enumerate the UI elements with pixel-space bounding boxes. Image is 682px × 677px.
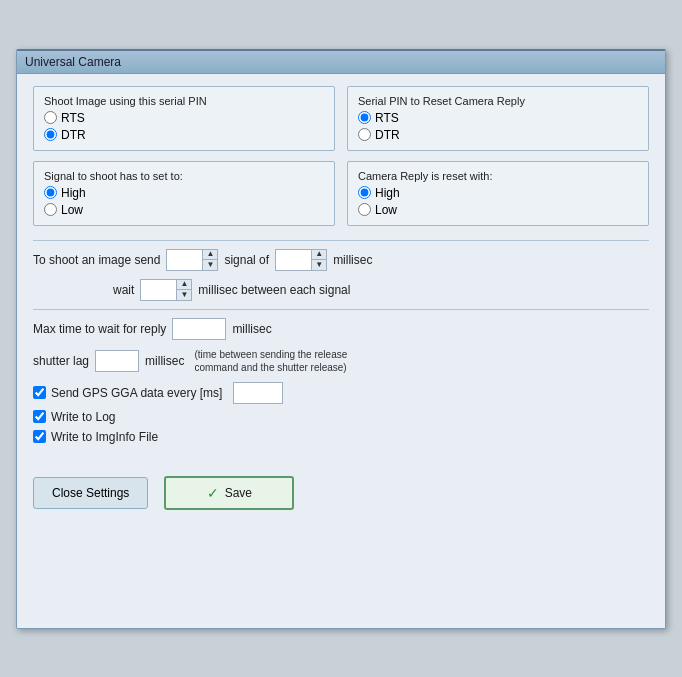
signal-ms-input[interactable]: 10	[275, 249, 311, 271]
max-wait-row: Max time to wait for reply 100 millisec	[33, 318, 649, 340]
max-wait-unit: millisec	[232, 322, 271, 336]
write-log-checkbox[interactable]	[33, 410, 46, 423]
serial-pin-reset-group: Serial PIN to Reset Camera Reply RTS DTR	[347, 86, 649, 151]
shoot-image-radio-group: RTS DTR	[44, 111, 324, 142]
signal-ms-down[interactable]: ▼	[312, 260, 326, 270]
shoot-image-send-row: To shoot an image send 1 ▲ ▼ signal of 1…	[33, 249, 649, 271]
serial-pin-dtr-radio[interactable]	[358, 128, 371, 141]
signal-group: Signal to shoot has to set to: High Low	[33, 161, 335, 226]
shoot-send-label-mid: signal of	[224, 253, 269, 267]
serial-pin-reset-radio-group: RTS DTR	[358, 111, 638, 142]
signal-low[interactable]: Low	[44, 203, 324, 217]
signal-group-label: Signal to shoot has to set to:	[44, 170, 324, 182]
wait-ms-input[interactable]: 10	[140, 279, 176, 301]
signal-low-radio[interactable]	[44, 203, 57, 216]
serial-pin-rts[interactable]: RTS	[358, 111, 638, 125]
wait-ms-arrows: ▲ ▼	[176, 279, 192, 301]
universal-camera-window: Universal Camera Shoot Image using this …	[16, 49, 666, 629]
save-label: Save	[225, 486, 252, 500]
signal-count-up[interactable]: ▲	[203, 250, 217, 261]
write-log-label: Write to Log	[51, 410, 115, 424]
shutter-lag-row: shutter lag 0 millisec (time between sen…	[33, 348, 649, 374]
max-wait-label: Max time to wait for reply	[33, 322, 166, 336]
write-imginfo-checkbox[interactable]	[33, 430, 46, 443]
checkmark-icon: ✓	[207, 485, 219, 501]
camera-reply-high[interactable]: High	[358, 186, 638, 200]
shoot-image-group: Shoot Image using this serial PIN RTS DT…	[33, 86, 335, 151]
wait-label-post: millisec between each signal	[198, 283, 350, 297]
camera-reply-group: Camera Reply is reset with: High Low	[347, 161, 649, 226]
bottom-buttons: Close Settings ✓ Save	[33, 468, 649, 510]
gga-row: Send GPS GGA data every [ms] 1000	[33, 382, 649, 404]
signal-ms-up[interactable]: ▲	[312, 250, 326, 261]
signal-radio-group: High Low	[44, 186, 324, 217]
shutter-lag-label: shutter lag	[33, 354, 89, 368]
signal-count-arrows: ▲ ▼	[202, 249, 218, 271]
signal-high[interactable]: High	[44, 186, 324, 200]
window-titlebar: Universal Camera	[17, 51, 665, 74]
wait-ms-spinbox[interactable]: 10 ▲ ▼	[140, 279, 192, 301]
close-settings-button[interactable]: Close Settings	[33, 477, 148, 509]
signal-ms-spinbox[interactable]: 10 ▲ ▼	[275, 249, 327, 271]
shutter-lag-note: (time between sending the release comman…	[194, 348, 354, 374]
camera-reply-low[interactable]: Low	[358, 203, 638, 217]
write-log-row: Write to Log	[33, 410, 649, 424]
serial-pin-dtr[interactable]: DTR	[358, 128, 638, 142]
window-title: Universal Camera	[25, 55, 121, 69]
shoot-image-label: Shoot Image using this serial PIN	[44, 95, 324, 107]
camera-reply-high-radio[interactable]	[358, 186, 371, 199]
signal-count-spinbox[interactable]: 1 ▲ ▼	[166, 249, 218, 271]
shutter-lag-input[interactable]: 0	[95, 350, 139, 372]
shoot-send-label-pre: To shoot an image send	[33, 253, 160, 267]
serial-pin-rts-radio[interactable]	[358, 111, 371, 124]
wait-ms-up[interactable]: ▲	[177, 280, 191, 291]
write-imginfo-label: Write to ImgInfo File	[51, 430, 158, 444]
shoot-image-rts[interactable]: RTS	[44, 111, 324, 125]
signal-high-radio[interactable]	[44, 186, 57, 199]
shoot-image-rts-radio[interactable]	[44, 111, 57, 124]
wait-label: wait	[113, 283, 134, 297]
camera-reply-radio-group: High Low	[358, 186, 638, 217]
wait-row: wait 10 ▲ ▼ millisec between each signal	[33, 279, 649, 301]
signal-ms-arrows: ▲ ▼	[311, 249, 327, 271]
write-imginfo-row: Write to ImgInfo File	[33, 430, 649, 444]
shoot-send-label-post: millisec	[333, 253, 372, 267]
save-button[interactable]: ✓ Save	[164, 476, 294, 510]
camera-reply-label: Camera Reply is reset with:	[358, 170, 638, 182]
signal-count-down[interactable]: ▼	[203, 260, 217, 270]
signal-count-input[interactable]: 1	[166, 249, 202, 271]
max-wait-input[interactable]: 100	[172, 318, 226, 340]
wait-ms-down[interactable]: ▼	[177, 290, 191, 300]
shutter-lag-unit: millisec	[145, 354, 184, 368]
shoot-image-dtr-radio[interactable]	[44, 128, 57, 141]
gga-value-input[interactable]: 1000	[233, 382, 283, 404]
gga-checkbox[interactable]	[33, 386, 46, 399]
gga-label: Send GPS GGA data every [ms]	[51, 386, 222, 400]
camera-reply-low-radio[interactable]	[358, 203, 371, 216]
shoot-image-dtr[interactable]: DTR	[44, 128, 324, 142]
serial-pin-reset-label: Serial PIN to Reset Camera Reply	[358, 95, 638, 107]
